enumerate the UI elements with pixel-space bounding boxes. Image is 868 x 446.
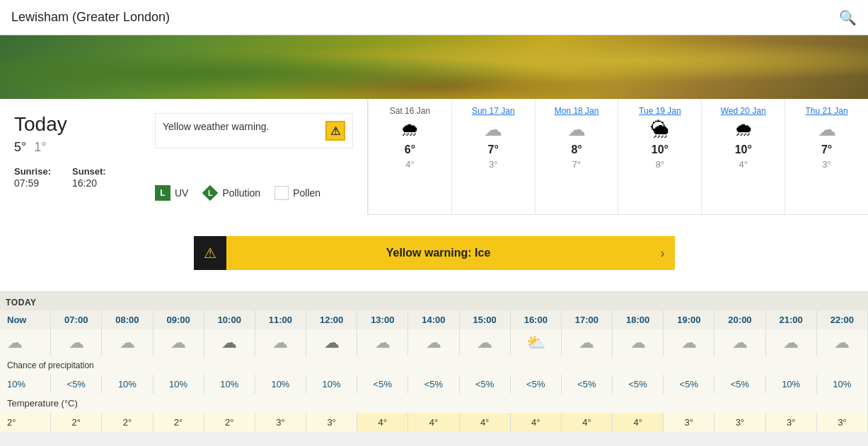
forecast-low-3: 8° (656, 159, 664, 170)
time-cell-0: Now (0, 310, 51, 329)
temp-cell-3: 2° (153, 413, 204, 432)
temp-label: Temperature (°C) (0, 394, 868, 413)
forecast-low-5: 3° (822, 159, 831, 170)
forecast-day-3[interactable]: Tue 19 Jan 🌦 10° 8° (618, 99, 701, 214)
precip-cell-2: 10% (102, 375, 153, 394)
forecast-high-3: 10° (652, 143, 669, 156)
temp-cell-1: 2° (51, 413, 102, 432)
forecast-icon-0: 🌧 (400, 119, 419, 141)
time-cell-15: 21:00 (765, 310, 816, 329)
weather-icon-cell-0: ☁ (0, 329, 51, 356)
uv-indicator: L UV (155, 185, 188, 201)
forecast-high-5: 7° (821, 143, 832, 156)
forecast-day-4[interactable]: Wed 20 Jan 🌧 10° 4° (701, 99, 785, 214)
temp-cell-7: 4° (357, 413, 408, 432)
forecast-date-3[interactable]: Tue 19 Jan (639, 106, 681, 116)
hourly-table: TODAY Now07:0008:0009:0010:0011:0012:001… (0, 292, 868, 432)
forecast-high-4: 10° (735, 143, 752, 156)
precip-label-row: Chance of precipitation (0, 356, 868, 375)
precip-cell-11: <5% (561, 375, 612, 394)
pollen-indicator: Pollen (274, 186, 320, 200)
precip-cell-5: 10% (255, 375, 306, 394)
precip-cell-7: <5% (357, 375, 408, 394)
today-right: Yellow weather warning. ⚠ L UV L Polluti… (155, 113, 353, 201)
temp-cell-15: 3° (765, 413, 816, 432)
temp-cell-8: 4° (408, 413, 459, 432)
pollen-badge (274, 186, 289, 200)
time-cell-9: 15:00 (459, 310, 510, 329)
pollen-label: Pollen (293, 187, 320, 199)
time-cell-1: 07:00 (51, 310, 102, 329)
forecast-low-1: 3° (489, 159, 497, 170)
today-temps: 5° 1° (14, 140, 141, 155)
today-header-row: TODAY (0, 292, 868, 310)
time-cell-8: 14:00 (408, 310, 459, 329)
pollution-label: Pollution (222, 187, 260, 199)
weather-icon-cell-12: ☁ (613, 329, 664, 356)
today-sun: Sunrise: 07:59 Sunset: 16:20 (14, 166, 141, 189)
forecast-icon-1: ☁ (484, 119, 502, 141)
forecast-date-1[interactable]: Sun 17 Jan (472, 106, 515, 116)
weather-icon-cell-2: ☁ (102, 329, 153, 356)
search-input[interactable] (11, 10, 839, 25)
forecast-icon-4: 🌧 (734, 119, 753, 141)
precip-cell-13: <5% (664, 375, 714, 394)
temp-cell-16: 3° (816, 413, 867, 432)
warning-box: Yellow weather warning. ⚠ (155, 113, 353, 148)
time-cell-14: 20:00 (714, 310, 765, 329)
today-temp-low: 1° (34, 140, 46, 154)
weather-icon-cell-8: ☁ (408, 329, 459, 356)
time-cell-12: 18:00 (613, 310, 664, 329)
precip-cell-14: <5% (714, 375, 765, 394)
sunset-label: Sunset: (72, 166, 106, 177)
weather-icon-cell-14: ☁ (714, 329, 765, 356)
today-section-label: TODAY (0, 292, 868, 310)
forecast-date-2[interactable]: Mon 18 Jan (555, 106, 599, 116)
warning-triangle-icon: ⚠ (325, 121, 345, 141)
time-cell-4: 10:00 (204, 310, 255, 329)
today-panel: Today 5° 1° Sunrise: 07:59 Sunset: 16:20 (0, 99, 368, 215)
time-cell-5: 11:00 (255, 310, 306, 329)
weather-icon-cell-3: ☁ (153, 329, 204, 356)
temp-cell-0: 2° (0, 413, 51, 432)
precip-cell-10: <5% (510, 375, 561, 394)
search-button[interactable]: 🔍 (839, 9, 857, 26)
forecast-day-5[interactable]: Thu 21 Jan ☁ 7° 3° (785, 99, 868, 214)
time-cell-16: 22:00 (816, 310, 867, 329)
env-indicators: L UV L Pollution Pollen (155, 185, 353, 201)
warning-text: Yellow weather warning. (163, 121, 320, 132)
time-cell-7: 13:00 (357, 310, 408, 329)
forecast-day-0[interactable]: Sat 16 Jan 🌧 6° 4° (368, 99, 451, 214)
time-cell-3: 09:00 (153, 310, 204, 329)
today-temp-high: 5° (14, 140, 26, 154)
forecast-icon-5: ☁ (818, 119, 836, 141)
weather-icon-cell-15: ☁ (765, 329, 816, 356)
temp-cell-6: 3° (306, 413, 357, 432)
time-cell-6: 12:00 (306, 310, 357, 329)
temp-cell-13: 3° (664, 413, 714, 432)
forecast-day-1[interactable]: Sun 17 Jan ☁ 7° 3° (451, 99, 535, 214)
weather-icon-cell-5: ☁ (255, 329, 306, 356)
yellow-warning-banner[interactable]: ⚠ Yellow warning: Ice › (194, 236, 675, 270)
forecast-days: Sat 16 Jan 🌧 6° 4° Sun 17 Jan ☁ 7° 3° Mo… (368, 99, 868, 215)
forecast-low-4: 4° (739, 159, 748, 170)
forecast-low-0: 4° (405, 159, 414, 170)
weather-icon-cell-4: ☁ (204, 329, 255, 356)
hero-image (0, 35, 868, 99)
forecast-high-2: 8° (571, 143, 581, 156)
temp-cell-12: 4° (613, 413, 664, 432)
weather-icon-cell-6: ☁ (306, 329, 357, 356)
temp-cell-9: 4° (459, 413, 510, 432)
sunset-item: Sunset: 16:20 (72, 166, 106, 189)
forecast-icon-2: ☁ (567, 119, 586, 141)
search-bar: 🔍 (0, 0, 868, 35)
forecast-day-2[interactable]: Mon 18 Jan ☁ 8° 7° (535, 99, 618, 214)
forecast-date-5[interactable]: Thu 21 Jan (806, 106, 848, 116)
sunrise-label: Sunrise: (14, 166, 51, 177)
temp-cell-11: 4° (561, 413, 612, 432)
precip-cell-6: 10% (306, 375, 357, 394)
precip-cell-15: 10% (765, 375, 816, 394)
today-title: Today (14, 113, 141, 136)
forecast-low-2: 7° (572, 159, 581, 170)
forecast-date-4[interactable]: Wed 20 Jan (721, 106, 766, 116)
